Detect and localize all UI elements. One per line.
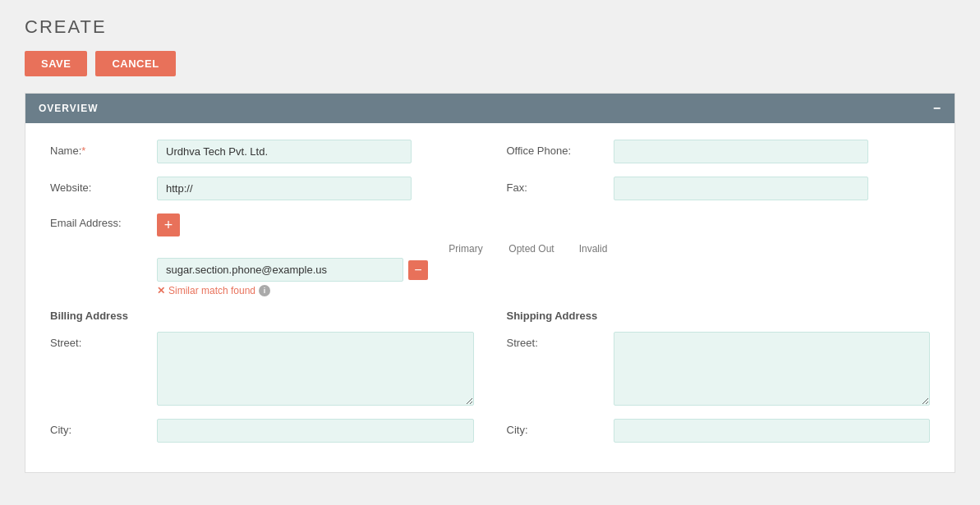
duplicate-warning: ✕ Similar match found i: [157, 285, 622, 296]
name-label: Name:*: [50, 140, 157, 157]
primary-column-label: Primary: [433, 243, 499, 255]
form-col-fax: Fax:: [507, 177, 931, 200]
shipping-street-row: Street:: [507, 332, 931, 406]
email-section: + Primary Opted Out Invalid: [157, 213, 622, 296]
panel-header-title: OVERVIEW: [39, 103, 98, 114]
website-label: Website:: [50, 177, 157, 194]
billing-city-row: City:: [50, 419, 474, 443]
cancel-button[interactable]: CANCEL: [95, 51, 175, 76]
address-section: Billing Address Street: City: Shipping A…: [50, 310, 930, 456]
duplicate-warning-text: Similar match found: [168, 285, 255, 296]
shipping-city-input[interactable]: [614, 419, 931, 443]
billing-address-section: Billing Address Street: City:: [50, 310, 474, 456]
billing-address-title: Billing Address: [50, 310, 474, 322]
billing-city-label: City:: [50, 419, 157, 436]
panel-body: Name:* Office Phone: Website: Fax:: [25, 123, 955, 472]
form-row-email: Email Address: + Primary Opted Out Inval…: [50, 213, 930, 296]
info-icon[interactable]: i: [259, 285, 270, 296]
overview-panel: OVERVIEW − Name:* Office Phone:: [25, 93, 955, 473]
page-title: CREATE: [25, 16, 955, 38]
action-bar: SAVE CANCEL: [25, 51, 955, 76]
email-remove-button[interactable]: −: [408, 260, 428, 280]
email-add-button[interactable]: +: [157, 213, 180, 236]
billing-street-label: Street:: [50, 332, 157, 349]
collapse-icon[interactable]: −: [933, 102, 941, 115]
form-col-name: Name:*: [50, 140, 474, 163]
name-input[interactable]: [157, 140, 412, 163]
form-row-name-phone: Name:* Office Phone:: [50, 140, 930, 163]
fax-label: Fax:: [507, 177, 614, 194]
email-label: Email Address:: [50, 213, 157, 229]
plus-icon: +: [164, 217, 173, 234]
shipping-city-row: City:: [507, 419, 931, 443]
office-phone-input[interactable]: [614, 140, 868, 163]
invalid-column-label: Invalid: [564, 243, 622, 255]
billing-street-row: Street:: [50, 332, 474, 406]
fax-input[interactable]: [614, 177, 868, 200]
shipping-address-section: Shipping Address Street: City:: [507, 310, 931, 456]
email-input[interactable]: [157, 258, 403, 282]
page-wrapper: CREATE SAVE CANCEL OVERVIEW − Name:* Off…: [0, 0, 980, 505]
shipping-street-label: Street:: [507, 332, 614, 349]
shipping-city-label: City:: [507, 419, 614, 436]
email-input-row: −: [157, 258, 622, 282]
office-phone-label: Office Phone:: [507, 140, 614, 157]
minus-icon: −: [414, 263, 421, 278]
form-col-website: Website:: [50, 177, 474, 200]
shipping-street-input[interactable]: [614, 332, 931, 406]
billing-street-input[interactable]: [157, 332, 474, 406]
shipping-address-title: Shipping Address: [507, 310, 931, 322]
panel-header: OVERVIEW −: [25, 94, 955, 123]
form-col-office-phone: Office Phone:: [507, 140, 931, 163]
billing-city-input[interactable]: [157, 419, 474, 443]
website-input[interactable]: [157, 177, 412, 200]
error-icon: ✕: [157, 285, 165, 296]
save-button[interactable]: SAVE: [25, 51, 87, 76]
opted-out-column-label: Opted Out: [499, 243, 564, 255]
form-row-website-fax: Website: Fax:: [50, 177, 930, 200]
email-header-row: Primary Opted Out Invalid: [157, 243, 622, 255]
